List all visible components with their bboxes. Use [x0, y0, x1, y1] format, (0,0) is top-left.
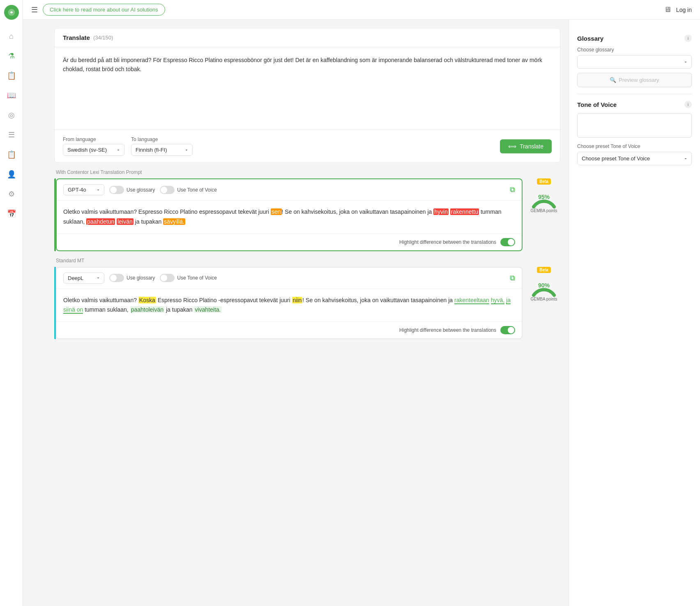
glossary-section: Glossary i Choose glossary 🔍 Preview glo…: [577, 28, 692, 94]
tov-info-icon[interactable]: i: [684, 101, 692, 108]
result2-gemba-pct: 90%: [530, 282, 558, 289]
sidebar-item-lab[interactable]: ⚗: [3, 48, 20, 64]
result1-gemba: Beta 95% GEMBA points: [527, 178, 560, 213]
result1-body: Oletko valmis vaikuttumaan? Espresso Ric…: [57, 201, 522, 234]
result2-tone-toggle[interactable]: [160, 274, 175, 282]
sidebar-item-home[interactable]: ⌂: [3, 28, 20, 44]
result2-accent-border: [54, 267, 56, 340]
result1-glossary-label: Use glossary: [127, 187, 155, 193]
translate-card: Translate (34/150) Är du beredd på att b…: [54, 28, 560, 163]
result2-highlight-rakenteeltaan: rakenteeltaan: [454, 297, 489, 304]
result2-highlight-toggle[interactable]: [500, 326, 515, 334]
result1-highlight-diff-label: Highlight difference between the transla…: [399, 239, 496, 245]
result2-model-select[interactable]: DeepL: [63, 273, 104, 284]
left-panel: Translate (34/150) Är du beredd på att b…: [46, 20, 569, 606]
result2-highlight-diff-label: Highlight difference between the transla…: [399, 327, 496, 333]
result2-copy-button[interactable]: ⧉: [510, 274, 515, 282]
from-language-label: From language: [63, 136, 124, 142]
tov-choose-label: Choose preset Tone of Voice: [577, 143, 692, 149]
result2-highlight-paahtoleivan: paahtoleivän: [130, 306, 164, 313]
result2-header: DeepL Use glossary Use Tone of Voice: [57, 268, 522, 289]
main-content: Translate (34/150) Är du beredd på att b…: [46, 20, 700, 606]
sidebar-item-list[interactable]: ☰: [3, 127, 20, 143]
translate-button[interactable]: ⟺ Translate: [500, 139, 552, 153]
glossary-title: Glossary: [577, 35, 603, 42]
translate-btn-label: Translate: [520, 143, 543, 150]
result1-copy-button[interactable]: ⧉: [510, 185, 515, 194]
result2-gemba: Beta 90% GEMBA points: [527, 267, 560, 301]
result2-text-1: Oletko valmis vaikuttumaan?: [63, 297, 138, 303]
translate-title: Translate: [63, 34, 90, 41]
result1-highlight-paahdetun: paahdetun: [86, 218, 115, 225]
result2-card: DeepL Use glossary Use Tone of Voice: [56, 267, 523, 340]
result1-header: GPT-4o Use glossary Use Tone of Voice: [57, 179, 522, 201]
result1-footer: Highlight difference between the transla…: [57, 234, 522, 250]
result1-highlight-rakennettu: rakennettu: [450, 208, 479, 215]
from-language-select[interactable]: Swedish (sv-SE): [63, 144, 124, 156]
sidebar-item-documents[interactable]: 📋: [3, 67, 20, 84]
result1-text-6: ja tupakan: [134, 218, 163, 225]
app-logo: [4, 5, 19, 20]
preview-glossary-button[interactable]: 🔍 Preview glossary: [577, 73, 692, 87]
result1-tone-toggle-group: Use Tone of Voice: [160, 186, 217, 194]
result1-highlight-toggle[interactable]: [500, 238, 515, 246]
result2-tone-label: Use Tone of Voice: [177, 275, 217, 281]
to-language-label: To language: [131, 136, 193, 142]
login-button[interactable]: Log in: [676, 7, 692, 13]
topbar: ☰ Click here to read more about our AI s…: [23, 0, 700, 20]
result2-text-2: Espresso Ricco Platino -espressopavut te…: [156, 297, 292, 303]
result2-tone-toggle-group: Use Tone of Voice: [160, 274, 217, 282]
sidebar-item-reports[interactable]: 📋: [3, 146, 20, 163]
result1-glossary-toggle-group: Use glossary: [109, 186, 155, 194]
tov-textarea[interactable]: [577, 113, 692, 138]
result1-gemba-chart: 95%: [530, 186, 558, 207]
result1-tone-toggle[interactable]: [160, 186, 175, 194]
result1-model-select[interactable]: GPT-4o: [63, 184, 104, 195]
result1-text-1: Oletko valmis vaikuttumaan? Espresso Ric…: [63, 208, 271, 215]
result2-glossary-toggle-group: Use glossary: [109, 274, 155, 282]
result2-highlight-hyva: hyvä,: [491, 297, 504, 304]
translate-header: Translate (34/150): [55, 28, 560, 47]
sidebar-item-book[interactable]: 📖: [3, 87, 20, 104]
result1-glossary-toggle[interactable]: [109, 186, 124, 194]
result1-card-container: GPT-4o Use glossary Use Tone of Voice: [54, 178, 523, 251]
results-section-1: With Contentor Lexi Translation Prompt G…: [54, 169, 560, 251]
result2-highlight-vivahteita: vivahteita.: [194, 306, 221, 313]
hamburger-icon[interactable]: ☰: [31, 5, 38, 14]
result1-wrapper: GPT-4o Use glossary Use Tone of Voice: [54, 178, 560, 251]
sidebar-item-analytics[interactable]: ◎: [3, 107, 20, 123]
to-language-group: To language Finnish (fi-FI): [131, 136, 193, 156]
tone-of-voice-section: Tone of Voice i Choose preset Tone of Vo…: [577, 94, 692, 176]
section1-label: With Contentor Lexi Translation Prompt: [54, 169, 560, 175]
result2-glossary-toggle[interactable]: [109, 274, 124, 282]
to-language-select[interactable]: Finnish (fi-FI): [131, 144, 193, 156]
results-section-2: Standard MT DeepL Use glossary: [54, 258, 560, 340]
result1-highlight-leivan: leivän: [117, 218, 134, 225]
sidebar-item-settings[interactable]: ⚙: [3, 186, 20, 202]
tov-preset-select[interactable]: Choose preset Tone of Voice: [577, 152, 692, 165]
translate-body: Är du beredd på att bli imponerad? För E…: [55, 47, 560, 130]
result2-text-6: tumman suklaan,: [83, 306, 130, 313]
result1-text-2: ! Se on kahvisekoitus, joka on vaikuttav…: [282, 208, 434, 215]
sidebar-item-calendar[interactable]: 📅: [3, 206, 20, 222]
from-language-group: From language Swedish (sv-SE): [63, 136, 124, 156]
glossary-select[interactable]: [577, 55, 692, 69]
tov-title-text: Tone of Voice: [577, 101, 617, 108]
translate-footer: From language Swedish (sv-SE) To languag…: [55, 130, 560, 162]
result2-gemba-chart: 90%: [530, 275, 558, 295]
tov-section-header: Tone of Voice i: [577, 101, 692, 108]
result2-wrapper: DeepL Use glossary Use Tone of Voice: [54, 267, 560, 340]
result1-tone-label: Use Tone of Voice: [177, 187, 217, 193]
result2-text-3: ! Se on kahvisekoitus, joka on vaikuttav…: [302, 297, 454, 303]
glossary-info-icon[interactable]: i: [684, 35, 692, 42]
translate-count: (34/150): [93, 35, 113, 41]
result2-highlight-niin: niin: [292, 297, 303, 303]
result2-card-container: DeepL Use glossary Use Tone of Voice: [54, 267, 523, 340]
sidebar-item-user[interactable]: 👤: [3, 166, 20, 183]
section2-label: Standard MT: [54, 258, 560, 264]
screen-icon: 🖥: [664, 5, 671, 14]
topbar-right: 🖥 Log in: [664, 5, 692, 14]
ai-solutions-button[interactable]: Click here to read more about our AI sol…: [43, 4, 165, 16]
result1-highlight-hyvin: hyvin: [433, 208, 449, 215]
content-area: Translate (34/150) Är du beredd på att b…: [46, 20, 700, 606]
